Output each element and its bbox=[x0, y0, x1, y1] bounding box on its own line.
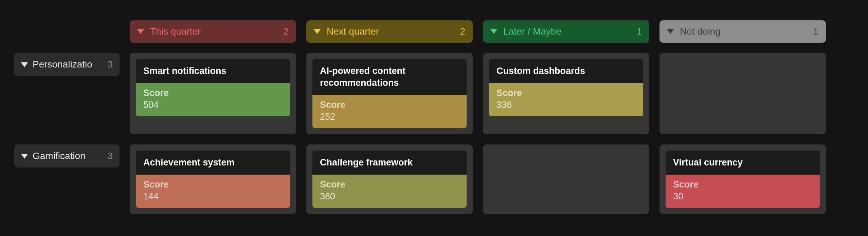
score-label: Score bbox=[143, 179, 283, 190]
chevron-down-icon bbox=[490, 29, 497, 34]
cell-personalization_later-maybe: Custom dashboardsScore336 bbox=[483, 53, 649, 134]
card-score: Score504 bbox=[136, 83, 290, 116]
score-value: 252 bbox=[320, 112, 459, 122]
card-score: Score360 bbox=[312, 175, 467, 208]
card-title: Virtual currency bbox=[666, 151, 820, 175]
card-gamification_next-quarter[interactable]: Challenge frameworkScore360 bbox=[312, 151, 467, 208]
score-value: 336 bbox=[496, 100, 636, 110]
score-value: 504 bbox=[143, 100, 283, 110]
cell-personalization_not-doing[interactable] bbox=[659, 53, 826, 134]
column-header-this-quarter[interactable]: This quarter2 bbox=[130, 20, 296, 43]
chevron-down-icon bbox=[137, 29, 144, 34]
card-title: AI-powered content recommendations bbox=[312, 59, 467, 95]
column-header-count: 1 bbox=[813, 26, 818, 37]
score-value: 30 bbox=[673, 191, 812, 202]
score-label: Score bbox=[496, 88, 636, 98]
score-label: Score bbox=[320, 179, 459, 190]
card-score: Score336 bbox=[489, 83, 643, 116]
card-personalization_later-maybe[interactable]: Custom dashboardsScore336 bbox=[489, 59, 643, 116]
card-gamification_this-quarter[interactable]: Achievement systemScore144 bbox=[136, 151, 290, 208]
card-score: Score144 bbox=[136, 175, 290, 208]
chevron-down-icon bbox=[21, 154, 28, 159]
card-personalization_next-quarter[interactable]: AI-powered content recommendationsScore2… bbox=[312, 59, 467, 128]
card-score: Score30 bbox=[666, 175, 820, 208]
row-header-label: Personalizatio bbox=[33, 59, 103, 70]
chevron-down-icon bbox=[314, 29, 321, 34]
column-header-label: Not doing bbox=[680, 26, 813, 37]
column-header-next-quarter[interactable]: Next quarter2 bbox=[306, 20, 473, 43]
cell-personalization_this-quarter: Smart notificationsScore504 bbox=[130, 53, 296, 134]
column-header-label: Later / Maybe bbox=[503, 26, 636, 37]
card-personalization_this-quarter[interactable]: Smart notificationsScore504 bbox=[136, 59, 290, 116]
column-header-later-maybe[interactable]: Later / Maybe1 bbox=[483, 20, 649, 43]
card-title: Challenge framework bbox=[312, 151, 467, 175]
card-title: Smart notifications bbox=[136, 59, 290, 83]
column-header-label: This quarter bbox=[150, 26, 283, 37]
card-gamification_not-doing[interactable]: Virtual currencyScore30 bbox=[666, 151, 820, 208]
cell-gamification_next-quarter: Challenge frameworkScore360 bbox=[306, 144, 473, 214]
score-label: Score bbox=[673, 179, 812, 190]
score-label: Score bbox=[143, 88, 283, 98]
corner-spacer bbox=[14, 20, 120, 43]
cell-gamification_this-quarter: Achievement systemScore144 bbox=[130, 144, 296, 214]
cell-personalization_next-quarter: AI-powered content recommendationsScore2… bbox=[306, 53, 473, 134]
chevron-down-icon bbox=[667, 29, 674, 34]
row-header-label: Gamification bbox=[33, 151, 103, 161]
row-header-personalization[interactable]: Personalizatio3 bbox=[14, 53, 120, 76]
row-header-count: 3 bbox=[107, 59, 113, 70]
column-header-count: 2 bbox=[460, 26, 465, 37]
column-header-count: 2 bbox=[283, 26, 289, 37]
cell-gamification_later-maybe[interactable] bbox=[483, 144, 649, 214]
card-title: Custom dashboards bbox=[489, 59, 643, 83]
card-score: Score252 bbox=[312, 95, 467, 128]
column-header-label: Next quarter bbox=[327, 26, 460, 37]
score-value: 144 bbox=[143, 191, 283, 202]
score-label: Score bbox=[320, 100, 459, 110]
column-header-count: 1 bbox=[636, 26, 642, 37]
row-header-count: 3 bbox=[107, 151, 113, 161]
chevron-down-icon bbox=[21, 62, 28, 67]
cell-gamification_not-doing: Virtual currencyScore30 bbox=[659, 144, 826, 214]
score-value: 360 bbox=[320, 191, 459, 202]
row-header-gamification[interactable]: Gamification3 bbox=[14, 144, 120, 168]
column-header-not-doing[interactable]: Not doing1 bbox=[659, 20, 826, 43]
card-title: Achievement system bbox=[136, 151, 290, 175]
